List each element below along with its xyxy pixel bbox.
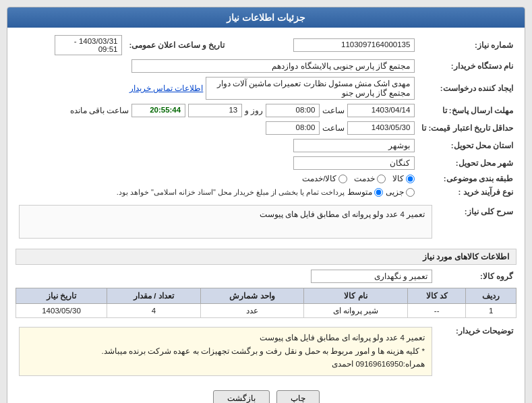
jadaval-date: 1403/05/30 <box>347 121 415 135</box>
table-row: 1--شیر پروانه ایعدد41403/05/30 <box>16 304 516 318</box>
tabaghe-kala-khedmat-option[interactable]: کالا/خدمت <box>302 174 347 183</box>
chap-button[interactable]: چاپ <box>276 390 320 403</box>
mohlat-label: مهلت ارسال پاسخ: تا <box>418 102 516 119</box>
page-title: جزئیات اطلاعات نیاز <box>7 7 525 28</box>
tabaghe-label: طبقه بندی موضوعی: <box>418 172 516 185</box>
jadaval-saat: 08:00 <box>266 121 320 135</box>
nooe-note: پرداخت تمام یا بخشی از مبلغ خریدار محل "… <box>117 188 345 197</box>
mohlat-countdown: 20:55:44 <box>131 104 185 117</box>
jadaval-label: حداقل تاریخ اعتبار قیمت: تا <box>418 119 516 137</box>
nooe-jozi-option[interactable]: جزیی <box>386 187 415 197</box>
kala-section-title: اطلاعات کالاهای مورد نیاز <box>16 249 516 265</box>
nooe-mota-option[interactable]: متوسط <box>347 187 383 197</box>
col-kod: کد کالا <box>407 288 465 304</box>
tarikh-value: 1403/03/31 - 09:51 <box>55 35 122 55</box>
shahr-label: شهر محل تحویل: <box>418 154 516 172</box>
sarj-value: تعمیر 4 عدد ولو پروانه ای مطابق فایل های… <box>19 205 432 239</box>
group-label: گروه کالا: <box>436 268 516 285</box>
name-dastgah-value: مجتمع گاز پارس جنوبی پالایشگاه دوازدهم <box>131 59 415 73</box>
name-dastgah-label: نام دستگاه خریدار: <box>418 57 516 75</box>
col-name: نام کالا <box>304 288 408 304</box>
tarikh-label: تاریخ و ساعت اعلان عمومی: <box>125 33 228 57</box>
col-date: تاریخ نیاز <box>16 288 107 304</box>
tabaghe-khedmat-option[interactable]: خدمت <box>354 174 386 183</box>
shomare-niaz-label: شماره نیاز: <box>418 33 516 57</box>
ostan-value: بوشهر <box>293 139 415 152</box>
ijad-label: ایجاد کننده درخواست: <box>418 75 516 102</box>
shomare-niaz-value: 1103097164000135 <box>293 38 415 52</box>
ostan-label: استان محل تحویل: <box>418 137 516 154</box>
col-radif: ردیف <box>466 288 516 304</box>
mohlat-roz: 13 <box>188 104 242 117</box>
mohlat-saat: 08:00 <box>266 104 320 117</box>
group-value: تعمیر و نگهداری <box>311 270 432 283</box>
contact-link[interactable]: اطلاعات تماس خریدار <box>129 84 203 93</box>
mohlat-date: 1403/04/14 <box>347 104 415 117</box>
tabaghe-kala-option[interactable]: کالا <box>392 174 415 183</box>
col-unit: واحد شمارش <box>200 288 303 304</box>
nooe-label: نوع فرآیند خرید : <box>418 185 516 199</box>
sarj-label: سرح کلی نیاز: <box>436 203 516 245</box>
tozi-content: تعمیر 4 عدد ولو پروانه ای مطابق فایل های… <box>19 327 432 376</box>
col-qty: تعداد / مقدار <box>107 288 201 304</box>
bazgasht-button[interactable]: بازگشت <box>213 390 270 403</box>
tozi-label: توضیحات خریدار: <box>436 322 516 381</box>
shahr-value: کنگان <box>293 156 415 170</box>
ijad-value: مهدی اشک منش مسئول نظارت تعمیرات ماشین آ… <box>206 77 415 100</box>
